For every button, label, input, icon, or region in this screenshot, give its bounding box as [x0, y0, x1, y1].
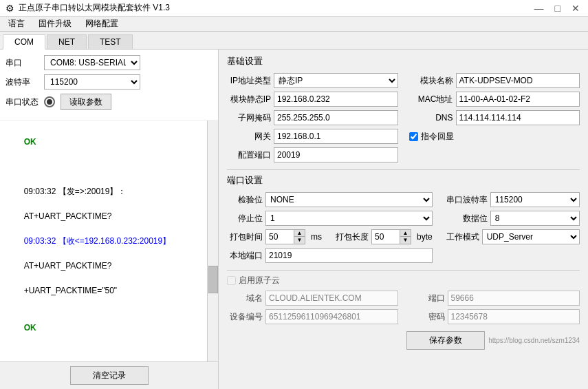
ip-type-select[interactable]: 静态IP [274, 73, 398, 88]
config-port-label: 配置端口 [227, 149, 271, 161]
serial-baud-label: 串口波特率 [444, 194, 488, 206]
divider2 [227, 270, 580, 271]
cloud-enable-label[interactable]: 启用原子云 [227, 275, 280, 286]
close-button[interactable]: ✕ [569, 3, 582, 14]
local-port-input[interactable] [265, 248, 433, 263]
log-line3: 09:03:32 【收<=192.168.0.232:20019】 [24, 236, 171, 246]
pack-time-input[interactable] [266, 230, 294, 244]
tab-bar: COM NET TEST [0, 32, 588, 50]
ip-type-row: IP地址类型 静态IP [227, 73, 398, 88]
pack-time-up-button[interactable]: ▲ [294, 230, 305, 237]
pack-len-down-button[interactable]: ▼ [400, 237, 411, 244]
pack-time-down-button[interactable]: ▼ [294, 237, 305, 244]
pack-len-up-button[interactable]: ▲ [400, 230, 411, 237]
tab-net[interactable]: NET [47, 34, 87, 49]
cloud-port-input[interactable] [448, 291, 580, 306]
data-bits-select[interactable]: 8 [490, 211, 580, 226]
menu-network[interactable]: 网络配置 [80, 17, 124, 31]
log-ok2: OK [24, 323, 36, 333]
data-bits-row: 数据位 8 [444, 211, 580, 226]
baud-select[interactable]: 115200 [44, 74, 140, 90]
divider1 [227, 169, 580, 170]
gateway-label: 网关 [227, 131, 271, 143]
log-line4: AT+UART_PACKTIME? [24, 261, 112, 271]
cloud-device-row: 设备编号 [227, 309, 398, 324]
clear-log-button[interactable]: 清空记录 [70, 366, 149, 385]
serial-settings-section: 端口设置 检验位 NONE 串口波特率 115200 [227, 174, 580, 263]
pack-len-label: 打包长度 [333, 231, 369, 243]
status-label: 串口状态 [6, 96, 44, 108]
pack-time-spinbox[interactable]: ▲ ▼ [265, 229, 305, 244]
local-port-row: 本地端口 [227, 248, 433, 263]
parity-label: 检验位 [227, 194, 263, 206]
stop-row: 停止位 1 [227, 211, 433, 226]
status-indicator [44, 96, 55, 107]
com-settings: 串口 COM8: USB-SERIAL 波特率 115200 串口状态 读取参数 [0, 50, 218, 120]
log-line2: AT+UART_PACKTIME? [24, 211, 112, 221]
menu-firmware[interactable]: 固件升级 [33, 17, 77, 31]
subnet-row: 子网掩码 [227, 110, 398, 125]
pack-len-input[interactable] [372, 230, 400, 244]
cloud-pwd-label: 密码 [409, 311, 445, 323]
log-scrollbar[interactable] [207, 120, 218, 361]
cloud-settings-section: 启用原子云 域名 端口 设备编号 密码 [227, 275, 580, 324]
port-label: 串口 [6, 57, 44, 69]
mac-input[interactable] [456, 92, 580, 107]
ip-type-label: IP地址类型 [227, 75, 271, 87]
mac-row: MAC地址 [409, 92, 580, 107]
log-area[interactable]: OK 09:03:32 【发=>:20019】： AT+UART_PACKTIM… [0, 120, 218, 361]
parity-select[interactable]: NONE [265, 192, 433, 207]
mac-label: MAC地址 [409, 94, 453, 105]
tab-test[interactable]: TEST [88, 34, 133, 49]
dns-row: DNS [409, 110, 580, 125]
work-mode-label: 工作模式 [444, 231, 479, 243]
read-params-button[interactable]: 读取参数 [61, 94, 111, 110]
cloud-domain-row: 域名 [227, 291, 398, 306]
main-content: 串口 COM8: USB-SERIAL 波特率 115200 串口状态 读取参数 [0, 50, 588, 389]
save-params-button[interactable]: 保存参数 [406, 331, 485, 350]
pack-time-spinbox-btns: ▲ ▼ [294, 230, 305, 244]
watermark: https://blog.csdn.net/szm1234 [488, 337, 580, 344]
subnet-label: 子网掩码 [227, 112, 271, 124]
baud-label: 波特率 [6, 76, 44, 88]
module-name-label: 模块名称 [409, 75, 453, 87]
cloud-pwd-input[interactable] [448, 309, 580, 324]
dns-input[interactable] [456, 110, 580, 125]
serial-baud-row: 串口波特率 115200 [444, 192, 580, 207]
maximize-button[interactable]: □ [552, 3, 563, 14]
gateway-input[interactable] [274, 129, 398, 144]
cmd-echo-row: 指令回显 [409, 129, 580, 144]
stop-select[interactable]: 1 [265, 211, 433, 226]
bottom-bar: 清空记录 [0, 361, 218, 389]
pack-time-unit: ms [311, 232, 322, 242]
pack-time-label: 打包时间 [227, 231, 263, 243]
work-mode-select[interactable]: UDP_Server [482, 229, 580, 244]
menu-language[interactable]: 语言 [3, 17, 30, 31]
left-panel: 串口 COM8: USB-SERIAL 波特率 115200 串口状态 读取参数 [0, 50, 219, 389]
port-select[interactable]: COM8: USB-SERIAL [44, 55, 140, 70]
cmd-echo-checkbox[interactable] [409, 132, 418, 141]
subnet-input[interactable] [274, 110, 398, 125]
cmd-echo-label: 指令回显 [421, 131, 454, 143]
cloud-domain-input[interactable] [265, 291, 398, 306]
minimize-button[interactable]: — [532, 3, 547, 14]
parity-row: 检验位 NONE [227, 192, 433, 207]
log-content: OK 09:03:32 【发=>:20019】： AT+UART_PACKTIM… [6, 123, 204, 361]
tab-com[interactable]: COM [3, 34, 45, 50]
cloud-enable-checkbox[interactable] [227, 276, 236, 285]
static-ip-input[interactable] [274, 92, 398, 107]
gateway-row: 网关 [227, 129, 398, 144]
cloud-device-input[interactable] [265, 309, 398, 324]
menu-bar: 语言 固件升级 网络配置 [0, 17, 588, 32]
pack-len-spinbox[interactable]: ▲ ▼ [371, 229, 411, 244]
serial-settings-title: 端口设置 [227, 174, 580, 187]
title-bar: ⚙ 正点原子串口转以太网模块配套软件 V1.3 — □ ✕ [0, 0, 588, 17]
cmd-echo-checkbox-label[interactable]: 指令回显 [409, 131, 454, 143]
serial-baud-select[interactable]: 115200 [490, 192, 580, 207]
config-port-input[interactable] [274, 147, 398, 162]
log-scroll-thumb[interactable] [208, 266, 218, 293]
static-ip-row: 模块静态IP [227, 92, 398, 107]
module-name-input[interactable] [456, 73, 580, 88]
log-ok1: OK [24, 137, 36, 147]
log-line5: +UART_PACKTIME="50" [24, 286, 117, 295]
